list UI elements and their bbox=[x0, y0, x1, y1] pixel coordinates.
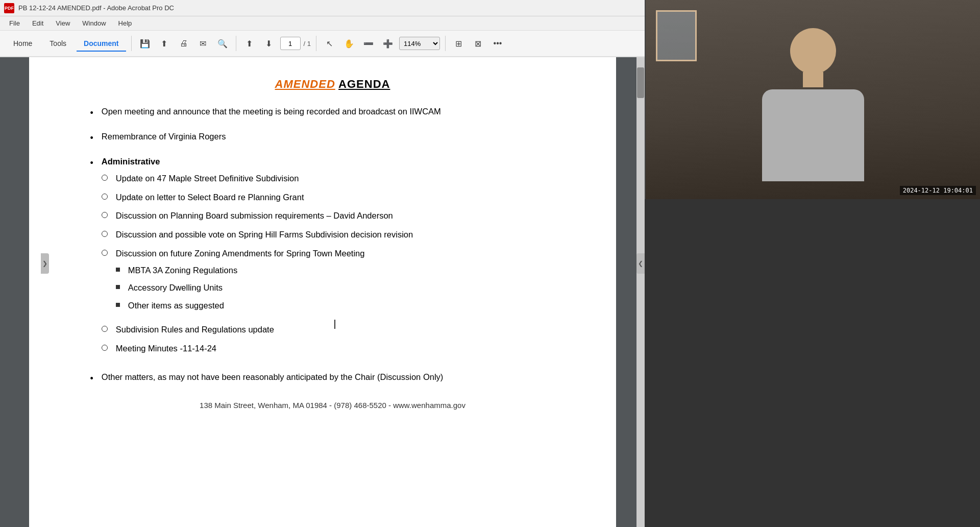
sub-item-text: Discussion on future Zoning Amendments f… bbox=[116, 249, 365, 258]
item-text: Other matters, as may not have been reas… bbox=[102, 371, 575, 384]
window-decoration bbox=[656, 10, 697, 61]
bullet-icon: • bbox=[90, 131, 93, 145]
menu-window[interactable]: Window bbox=[77, 17, 111, 29]
sub-item-text: Subdivision Rules and Regulations update bbox=[116, 323, 575, 336]
list-item: • Open meeting and announce that the mee… bbox=[90, 105, 575, 120]
sub-item-text: Update on letter to Select Board re Plan… bbox=[116, 191, 575, 204]
sub-item-text: Discussion and possible vote on Spring H… bbox=[116, 228, 575, 241]
list-item: • Other matters, as may not have been re… bbox=[90, 371, 575, 386]
cursor-indicator bbox=[334, 320, 335, 329]
person-body bbox=[762, 89, 864, 181]
print-button[interactable]: 🖨 bbox=[176, 35, 192, 52]
circle-bullet-icon bbox=[102, 194, 108, 200]
left-panel-toggle[interactable]: ❯ bbox=[41, 253, 49, 274]
bullet-icon: • bbox=[90, 372, 93, 386]
square-bullet-icon bbox=[116, 268, 120, 272]
sub-sub-list-item: MBTA 3A Zoning Regulations bbox=[116, 264, 575, 277]
item-content: Administrative Update on 47 Maple Street… bbox=[102, 155, 575, 361]
circle-bullet-icon bbox=[102, 212, 108, 218]
item-text: Administrative bbox=[102, 157, 160, 166]
sub-sub-item-text: MBTA 3A Zoning Regulations bbox=[128, 264, 237, 277]
upload-button[interactable]: ⬆ bbox=[156, 35, 173, 52]
person-head bbox=[790, 28, 836, 74]
circle-bullet-icon bbox=[102, 345, 108, 351]
right-panel bbox=[645, 199, 980, 527]
scrollbar[interactable] bbox=[636, 57, 645, 527]
agenda-label: AGENDA bbox=[338, 78, 390, 90]
toolbar: Home Tools Document 💾 ⬆ 🖨 ✉ 🔍 ⬆ ⬇ / 1 ↖ … bbox=[0, 31, 645, 57]
separator bbox=[236, 36, 236, 51]
sub-sub-list-item: Accessory Dwelling Units bbox=[116, 281, 575, 294]
next-page-button[interactable]: ⬇ bbox=[261, 35, 277, 52]
video-timestamp: 2024-12-12 19:04:01 bbox=[900, 186, 976, 195]
sub-sub-item-text: Other items as suggested bbox=[128, 299, 224, 312]
sub-list-item: Subdivision Rules and Regulations update bbox=[102, 323, 575, 336]
sub-list-item: Discussion and possible vote on Spring H… bbox=[102, 228, 575, 241]
sub-sub-item-text: Accessory Dwelling Units bbox=[128, 281, 223, 294]
circle-bullet-icon bbox=[102, 326, 108, 332]
agenda-title: AMENDED AGENDA bbox=[90, 78, 575, 91]
sub-list-item: Meeting Minutes -11-14-24 bbox=[102, 342, 575, 355]
document-area: AMENDED AGENDA • Open meeting and announ… bbox=[0, 57, 645, 527]
circle-bullet-icon bbox=[102, 231, 108, 237]
menu-view[interactable]: View bbox=[51, 17, 75, 29]
prev-page-button[interactable]: ⬆ bbox=[241, 35, 258, 52]
menu-edit[interactable]: Edit bbox=[27, 17, 48, 29]
sub-item-text: Meeting Minutes -11-14-24 bbox=[116, 342, 575, 355]
sub-list-item: Update on 47 Maple Street Definitive Sub… bbox=[102, 172, 575, 185]
sub-item-text: Discussion on Planning Board submission … bbox=[116, 209, 575, 222]
sub-item-text: Update on 47 Maple Street Definitive Sub… bbox=[116, 172, 575, 185]
list-item: • Remembrance of Virginia Rogers bbox=[90, 130, 575, 145]
hand-tool-button[interactable]: ✋ bbox=[341, 35, 357, 52]
sub-list-item: Update on letter to Select Board re Plan… bbox=[102, 191, 575, 204]
menu-help[interactable]: Help bbox=[113, 17, 137, 29]
fit-width-button[interactable]: ⊠ bbox=[470, 35, 486, 52]
tab-document[interactable]: Document bbox=[77, 36, 126, 52]
circle-bullet-icon bbox=[102, 250, 108, 256]
person-figure bbox=[742, 18, 885, 181]
cursor-tool-button[interactable]: ↖ bbox=[322, 35, 338, 52]
sub-sub-list: MBTA 3A Zoning Regulations Accessory Dwe… bbox=[116, 264, 575, 312]
zoom-select[interactable]: 50% 75% 100% 114% 125% 150% 200% bbox=[399, 37, 440, 50]
menu-file[interactable]: File bbox=[4, 17, 25, 29]
zoom-out-button[interactable]: ➖ bbox=[360, 35, 377, 52]
sub-sub-list-item: Other items as suggested bbox=[116, 299, 575, 312]
sub-list-item: Discussion on Planning Board submission … bbox=[102, 209, 575, 222]
bullet-icon: • bbox=[90, 156, 93, 170]
circle-bullet-icon bbox=[102, 175, 108, 181]
video-feed bbox=[646, 0, 980, 199]
tab-home[interactable]: Home bbox=[6, 36, 39, 51]
title-bar: PDF PB 12-12-24 AMENDED.pdf - Adobe Acro… bbox=[0, 0, 645, 16]
amended-label: AMENDED bbox=[275, 78, 335, 90]
footer-text: 138 Main Street, Wenham, MA 01984 - (978… bbox=[90, 401, 575, 410]
square-bullet-icon bbox=[116, 285, 120, 289]
search-button[interactable]: 🔍 bbox=[214, 35, 231, 52]
page-number-input[interactable] bbox=[280, 37, 301, 50]
email-button[interactable]: ✉ bbox=[195, 35, 211, 52]
window-title: PB 12-12-24 AMENDED.pdf - Adobe Acrobat … bbox=[18, 4, 174, 12]
sub-list: Update on 47 Maple Street Definitive Sub… bbox=[102, 172, 575, 355]
person-neck bbox=[803, 72, 823, 87]
tab-tools[interactable]: Tools bbox=[42, 36, 74, 51]
square-bullet-icon bbox=[116, 303, 120, 307]
pdf-icon: PDF bbox=[4, 3, 14, 13]
separator bbox=[316, 36, 316, 51]
scroll-thumb[interactable] bbox=[637, 67, 644, 98]
agenda-list: • Open meeting and announce that the mee… bbox=[90, 105, 575, 386]
sub-list-item: Discussion on future Zoning Amendments f… bbox=[102, 247, 575, 317]
sub-item-content: Discussion on future Zoning Amendments f… bbox=[116, 247, 575, 317]
pdf-page: AMENDED AGENDA • Open meeting and announ… bbox=[29, 57, 616, 527]
fit-page-button[interactable]: ⊞ bbox=[451, 35, 467, 52]
item-text: Remembrance of Virginia Rogers bbox=[102, 130, 575, 143]
item-text: Open meeting and announce that the meeti… bbox=[102, 105, 575, 118]
save-button[interactable]: 💾 bbox=[137, 35, 153, 52]
separator bbox=[131, 36, 132, 51]
list-item: • Administrative Update on 47 Maple Stre… bbox=[90, 155, 575, 361]
zoom-in-button[interactable]: ➕ bbox=[380, 35, 396, 52]
page-total: / 1 bbox=[304, 40, 311, 47]
more-tools-button[interactable]: ••• bbox=[489, 35, 506, 52]
video-panel: 2024-12-12 19:04:01 bbox=[645, 0, 980, 199]
bullet-icon: • bbox=[90, 106, 93, 120]
menu-bar: File Edit View Window Help bbox=[0, 16, 645, 31]
right-panel-toggle[interactable]: ❮ bbox=[636, 253, 645, 274]
